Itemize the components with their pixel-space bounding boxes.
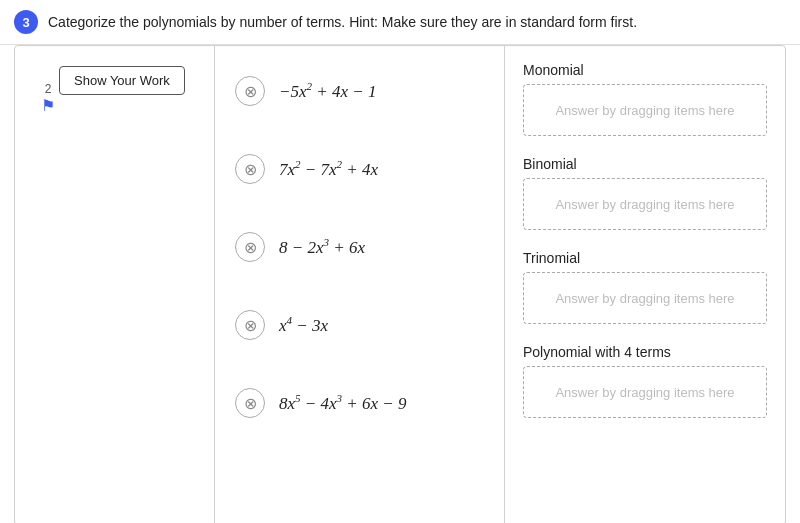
math-expr-5: 8x5 − 4x3 + 6x − 9 — [279, 392, 407, 414]
show-work-button[interactable]: Show Your Work — [59, 66, 185, 95]
category-label-trinomial: Trinomial — [523, 250, 767, 266]
drop-zone-trinomial[interactable]: Answer by dragging items here — [523, 272, 767, 324]
expression-row-2: ⊗ 7x2 − 7x2 + 4x — [235, 154, 484, 184]
drop-zone-binomial[interactable]: Answer by dragging items here — [523, 178, 767, 230]
header-bar: 3 Categorize the polynomials by number o… — [0, 0, 800, 45]
drag-handle-3[interactable]: ⊗ — [235, 232, 265, 262]
drag-handle-1[interactable]: ⊗ — [235, 76, 265, 106]
category-binomial: Binomial Answer by dragging items here — [523, 156, 767, 230]
drag-handle-2[interactable]: ⊗ — [235, 154, 265, 184]
drop-zone-monomial[interactable]: Answer by dragging items here — [523, 84, 767, 136]
category-label-monomial: Monomial — [523, 62, 767, 78]
middle-panel: ⊗ −5x2 + 4x − 1 ⊗ 7x2 − 7x2 + 4x ⊗ 8 − 2… — [215, 46, 505, 523]
math-expr-1: −5x2 + 4x − 1 — [279, 80, 377, 102]
expression-row-3: ⊗ 8 − 2x3 + 6x — [235, 232, 484, 262]
expression-row-4: ⊗ x4 − 3x — [235, 310, 484, 340]
drop-zone-polynomial4[interactable]: Answer by dragging items here — [523, 366, 767, 418]
question-number-badge: 3 — [14, 10, 38, 34]
right-panel: Monomial Answer by dragging items here B… — [505, 46, 785, 523]
category-label-binomial: Binomial — [523, 156, 767, 172]
expression-row-1: ⊗ −5x2 + 4x − 1 — [235, 76, 484, 106]
drag-handle-4[interactable]: ⊗ — [235, 310, 265, 340]
category-trinomial: Trinomial Answer by dragging items here — [523, 250, 767, 324]
math-expr-3: 8 − 2x3 + 6x — [279, 236, 365, 258]
math-expr-2: 7x2 − 7x2 + 4x — [279, 158, 378, 180]
drop-zone-trinomial-text: Answer by dragging items here — [555, 291, 734, 306]
drop-zone-polynomial4-text: Answer by dragging items here — [555, 385, 734, 400]
drop-zone-binomial-text: Answer by dragging items here — [555, 197, 734, 212]
main-content: 2 ⚑ Show Your Work ⊗ −5x2 + 4x − 1 ⊗ 7x2… — [14, 45, 786, 523]
math-expr-4: x4 − 3x — [279, 314, 328, 336]
page-indicator: 2 ⚑ — [41, 82, 55, 115]
drag-handle-5[interactable]: ⊗ — [235, 388, 265, 418]
drop-zone-monomial-text: Answer by dragging items here — [555, 103, 734, 118]
left-panel: 2 ⚑ Show Your Work — [15, 46, 215, 523]
expression-row-5: ⊗ 8x5 − 4x3 + 6x − 9 — [235, 388, 484, 418]
bookmark-icon: ⚑ — [41, 96, 55, 115]
question-text: Categorize the polynomials by number of … — [48, 14, 637, 30]
page-number: 2 — [45, 82, 52, 96]
category-polynomial4: Polynomial with 4 terms Answer by draggi… — [523, 344, 767, 418]
category-monomial: Monomial Answer by dragging items here — [523, 62, 767, 136]
category-label-polynomial4: Polynomial with 4 terms — [523, 344, 767, 360]
